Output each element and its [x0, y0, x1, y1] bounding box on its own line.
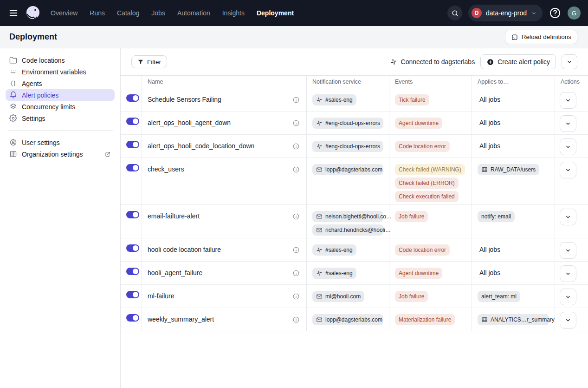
- name-cell: email-failture-alert: [142, 205, 306, 238]
- help-button[interactable]: [549, 7, 562, 20]
- policy-name: check_users: [148, 165, 184, 173]
- info-icon[interactable]: [292, 143, 300, 150]
- hamburger-icon[interactable]: [7, 7, 19, 19]
- notification-service-cell: #sales-eng: [306, 262, 389, 284]
- toggle-cell: [121, 88, 142, 111]
- row-actions-button[interactable]: [560, 92, 576, 109]
- row-actions-button[interactable]: [560, 162, 576, 178]
- notification-service-cell: ml@hooli.com: [306, 285, 389, 308]
- info-icon[interactable]: [292, 246, 300, 254]
- row-actions-button[interactable]: [560, 312, 576, 329]
- applies-to-pill: notify: email: [478, 211, 515, 222]
- event-tag: Job failure: [395, 291, 428, 302]
- nav-item-automation[interactable]: Automation: [177, 9, 210, 17]
- event-tag: Job failure: [395, 211, 428, 222]
- create-policy-more-button[interactable]: [562, 54, 577, 69]
- applies-to-value: All jobs: [479, 119, 500, 127]
- nav-item-deployment[interactable]: Deployment: [257, 9, 294, 17]
- applies-to-value: All jobs: [479, 269, 500, 277]
- sidebar-item-code-locations[interactable]: Code locations: [6, 54, 115, 66]
- reload-definitions-button[interactable]: Reload definitions: [505, 30, 577, 44]
- notification-service-cell: #sales-eng: [306, 238, 389, 261]
- applies-to-cell: ANALYTICS…r_summary: [472, 308, 555, 331]
- deployment-switcher[interactable]: D data-eng-prod: [468, 5, 543, 21]
- filter-button[interactable]: Filter: [131, 55, 167, 68]
- info-icon[interactable]: [292, 119, 300, 127]
- events-cell: Code location error: [389, 238, 472, 261]
- notification-service-cell: #eng-cloud-ops-errors: [306, 135, 389, 158]
- policy-enabled-toggle[interactable]: [126, 118, 139, 125]
- chevron-down-icon: [566, 59, 573, 65]
- notification-pill-label: #sales-eng: [325, 270, 353, 276]
- folder-icon: [9, 56, 17, 64]
- create-alert-policy-button[interactable]: Create alert policy: [480, 54, 556, 69]
- policy-enabled-toggle[interactable]: [126, 94, 139, 102]
- nav-item-jobs[interactable]: Jobs: [151, 9, 165, 17]
- user-avatar[interactable]: G: [568, 7, 581, 20]
- chevron-down-icon: [565, 167, 571, 173]
- sidebar-item-alert-policies[interactable]: Alert policies: [6, 89, 115, 101]
- event-tag: Check execution failed: [395, 191, 459, 202]
- event-tag-label: Check execution failed: [399, 193, 455, 200]
- sidebar-item-user-settings[interactable]: User settings: [6, 137, 115, 148]
- sidebar-item-organization-settings[interactable]: Organization settings: [6, 148, 115, 160]
- row-actions-button[interactable]: [560, 265, 576, 282]
- notification-service-cell: lopp@dagsterlabs.com: [306, 308, 389, 331]
- nav-item-overview[interactable]: Overview: [51, 9, 78, 17]
- deployment-sidebar: Code locations Environment variables Age…: [0, 48, 121, 388]
- chevron-down-icon: [565, 120, 571, 127]
- plus-circle-icon: [486, 58, 494, 66]
- info-icon[interactable]: [292, 96, 300, 104]
- info-icon[interactable]: [292, 213, 300, 220]
- row-actions-button[interactable]: [560, 242, 576, 259]
- policy-enabled-toggle[interactable]: [126, 291, 139, 298]
- row-actions-button[interactable]: [560, 289, 576, 305]
- nav-item-runs[interactable]: Runs: [90, 9, 105, 17]
- email-icon: [316, 213, 323, 220]
- event-tag-label: Job failure: [399, 213, 424, 220]
- create-alert-policy-label: Create alert policy: [498, 58, 550, 66]
- info-icon[interactable]: [292, 316, 300, 323]
- column-header-applies-to: Applies to…: [472, 76, 555, 88]
- sidebar-item-agents[interactable]: Agents: [6, 78, 115, 89]
- main-content: Filter Connected to dagsterlabs Create a…: [121, 48, 588, 388]
- row-actions-button[interactable]: [560, 115, 576, 132]
- notification-pill-label: nelson.bighetti@hooli.co…: [325, 213, 392, 220]
- info-icon[interactable]: [292, 270, 300, 277]
- dagster-logo[interactable]: [24, 4, 42, 22]
- policy-enabled-toggle[interactable]: [126, 244, 139, 252]
- policy-enabled-toggle[interactable]: [126, 211, 139, 218]
- applies-to-cell: All jobs: [472, 88, 555, 111]
- sidebar-item-settings[interactable]: Settings: [6, 112, 115, 124]
- policy-name: weekly_summary_alert: [148, 316, 214, 323]
- policy-enabled-toggle[interactable]: [126, 268, 139, 275]
- row-actions-button[interactable]: [560, 209, 576, 225]
- name-cell: Schedule Sensors Failing: [142, 88, 306, 111]
- notification-pill: #sales-eng: [312, 268, 356, 279]
- row-actions-button[interactable]: [560, 138, 576, 155]
- sidebar-divider: [7, 130, 113, 131]
- applies-to-pill: ANALYTICS…r_summary: [478, 314, 549, 325]
- event-tag: Agent downtime: [395, 118, 442, 129]
- actions-cell: [555, 262, 588, 284]
- event-tag-label: Check failed (WARNING): [399, 166, 461, 173]
- sidebar-item-label: Agents: [22, 80, 42, 87]
- nav-item-insights[interactable]: Insights: [222, 9, 245, 17]
- chevron-down-icon: [565, 294, 571, 300]
- info-icon[interactable]: [292, 293, 300, 300]
- nav-item-catalog[interactable]: Catalog: [117, 9, 139, 17]
- name-cell: ml-failure: [142, 285, 306, 308]
- policy-enabled-toggle[interactable]: [126, 141, 139, 148]
- search-button[interactable]: [447, 6, 462, 20]
- name-cell: hooli code location failure: [142, 238, 306, 261]
- policy-name: Schedule Sensors Failing: [148, 96, 221, 103]
- sidebar-item-environment-variables[interactable]: Environment variables: [6, 66, 115, 78]
- policy-enabled-toggle[interactable]: [126, 314, 139, 322]
- sidebar-item-label: Alert policies: [22, 92, 58, 99]
- top-nav-right: D data-eng-prod G: [447, 5, 581, 21]
- sidebar-item-concurrency-limits[interactable]: Concurrency limits: [6, 101, 115, 112]
- applies-to-pill-label: ANALYTICS…r_summary: [491, 316, 555, 323]
- info-icon[interactable]: [292, 166, 300, 173]
- chevron-down-icon: [565, 247, 571, 254]
- policy-enabled-toggle[interactable]: [126, 164, 139, 171]
